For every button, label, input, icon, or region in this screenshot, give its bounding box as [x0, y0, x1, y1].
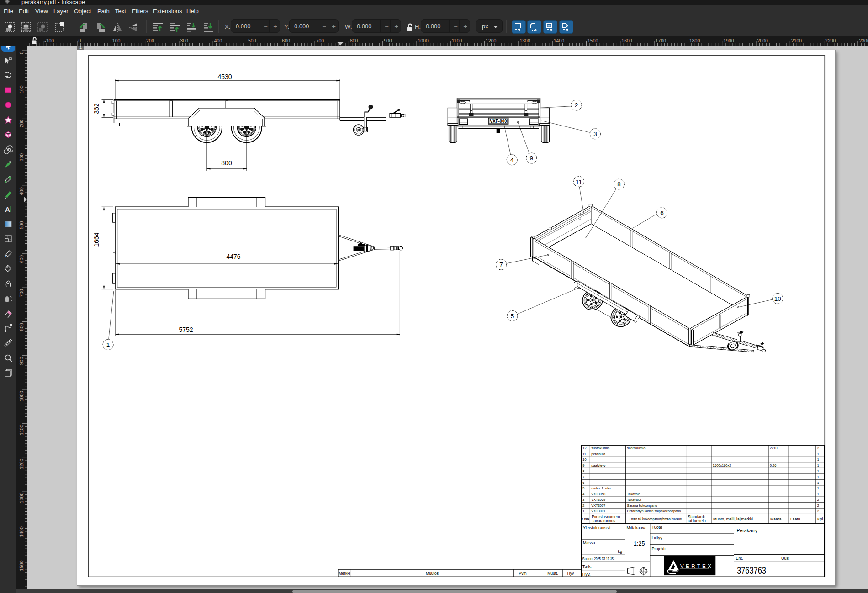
- svg-text:Suunn: Suunn: [582, 556, 593, 561]
- svg-text:Mittakaava: Mittakaava: [627, 525, 647, 530]
- svg-text:2: 2: [817, 504, 819, 508]
- svg-text:0: 0: [79, 38, 81, 43]
- svg-text:362: 362: [93, 103, 100, 114]
- svg-text:Kpl: Kpl: [817, 517, 823, 521]
- svg-text:11: 11: [582, 452, 586, 456]
- svg-text:2: 2: [575, 102, 578, 109]
- svg-text:1: 1: [817, 492, 819, 496]
- svg-text:Sarana kokoonpano: Sarana kokoonpano: [627, 504, 657, 508]
- svg-text:1100: 1100: [452, 38, 462, 43]
- svg-text:Muutos: Muutos: [426, 571, 439, 576]
- svg-text:5752: 5752: [179, 326, 193, 333]
- svg-text:1600: 1600: [621, 38, 632, 43]
- svg-text:suorakulmio: suorakulmio: [591, 446, 609, 450]
- svg-text:10: 10: [774, 295, 781, 302]
- svg-text:Tark.: Tark.: [582, 564, 592, 569]
- svg-text:1300: 1300: [519, 38, 530, 43]
- svg-text:Ent.: Ent.: [736, 556, 743, 561]
- svg-text:1: 1: [817, 452, 819, 456]
- svg-text:1800: 1800: [689, 38, 700, 43]
- svg-text:Peräkärry: Peräkärry: [737, 528, 758, 533]
- svg-text:tai luettelo: tai luettelo: [688, 519, 706, 523]
- svg-text:300: 300: [180, 38, 188, 43]
- svg-text:Osa: Osa: [582, 517, 589, 521]
- svg-text:VXT3001: VXT3001: [591, 509, 605, 513]
- svg-text:200: 200: [146, 38, 154, 43]
- svg-text:Pvm: Pvm: [519, 571, 527, 576]
- svg-text:0: 0: [19, 52, 24, 54]
- svg-text:Hyv: Hyv: [567, 571, 574, 576]
- svg-text:1: 1: [817, 481, 819, 485]
- svg-text:-100: -100: [44, 38, 54, 43]
- svg-text:1: 1: [817, 486, 819, 490]
- svg-text:1500: 1500: [587, 38, 598, 43]
- svg-text:0.26: 0.26: [770, 463, 776, 467]
- svg-text:VXT3058: VXT3058: [591, 492, 605, 496]
- svg-text:500: 500: [19, 221, 24, 229]
- svg-text:2100: 2100: [791, 38, 802, 43]
- svg-text:800: 800: [19, 323, 24, 331]
- svg-text:suorakulmio: suorakulmio: [627, 446, 646, 450]
- svg-text:600: 600: [19, 255, 24, 263]
- svg-text:5: 5: [582, 486, 584, 490]
- svg-text:Merkki: Merkki: [339, 571, 350, 576]
- svg-text:1400: 1400: [19, 526, 24, 537]
- svg-text:Standardi: Standardi: [688, 514, 705, 519]
- svg-text:3763763: 3763763: [737, 565, 766, 576]
- svg-text:Muutt.: Muutt.: [547, 571, 558, 576]
- svg-text:VXP-000: VXP-000: [490, 119, 507, 124]
- svg-text:9: 9: [582, 463, 584, 467]
- svg-text:6: 6: [582, 481, 584, 485]
- svg-text:4530: 4530: [217, 73, 232, 80]
- svg-text:100: 100: [19, 85, 24, 94]
- svg-text:Hyv.: Hyv.: [582, 572, 591, 577]
- svg-text:paatylevy: paatylevy: [591, 463, 606, 467]
- svg-text:1700: 1700: [656, 38, 667, 43]
- svg-text:1600x160x2: 1600x160x2: [713, 463, 731, 467]
- svg-text:400: 400: [19, 187, 24, 195]
- svg-text:1: 1: [817, 469, 819, 473]
- svg-text:2: 2: [817, 446, 819, 450]
- svg-text:800: 800: [221, 159, 232, 167]
- svg-text:Takavalo: Takavalo: [627, 492, 640, 496]
- svg-text:Piirustusnumero: Piirustusnumero: [592, 514, 620, 519]
- svg-text:7: 7: [582, 475, 584, 479]
- svg-text:runko_2_aks: runko_2_aks: [591, 486, 611, 490]
- svg-text:1: 1: [106, 341, 110, 348]
- svg-text:700: 700: [19, 289, 24, 297]
- svg-text:Uusi: Uusi: [781, 556, 789, 561]
- svg-text:1: 1: [817, 475, 819, 479]
- svg-text:2300: 2300: [859, 38, 868, 43]
- svg-text:1900: 1900: [723, 38, 734, 43]
- svg-text:4: 4: [510, 157, 514, 163]
- svg-text:1: 1: [817, 463, 819, 467]
- svg-text:peralauta: peralauta: [591, 452, 606, 456]
- svg-text:2200: 2200: [825, 38, 836, 43]
- svg-text:1000: 1000: [418, 38, 429, 43]
- svg-text:900: 900: [384, 38, 392, 43]
- svg-text:9: 9: [529, 155, 533, 162]
- svg-text:2000: 2000: [757, 38, 768, 43]
- svg-text:800: 800: [350, 38, 358, 43]
- svg-text:1:25: 1:25: [634, 541, 645, 547]
- svg-text:5: 5: [511, 313, 514, 320]
- svg-text:Projekti: Projekti: [652, 546, 666, 551]
- svg-text:200: 200: [19, 119, 24, 127]
- svg-text:6: 6: [660, 210, 664, 216]
- svg-text:Määrä: Määrä: [770, 517, 782, 521]
- svg-text:A: A: [5, 205, 10, 213]
- svg-text:11: 11: [576, 178, 582, 185]
- svg-text:1664: 1664: [93, 232, 100, 247]
- svg-text:400: 400: [214, 38, 222, 43]
- svg-text:2: 2: [817, 498, 819, 502]
- svg-text:7: 7: [499, 261, 503, 268]
- svg-text:10: 10: [582, 457, 586, 462]
- svg-text:1: 1: [817, 457, 819, 462]
- svg-text:2025-03-13 JSI: 2025-03-13 JSI: [594, 556, 615, 561]
- svg-text:100: 100: [112, 38, 121, 43]
- svg-text:Massa: Massa: [583, 541, 595, 545]
- svg-text:VXT3007: VXT3007: [591, 504, 605, 508]
- svg-text:kg: kg: [618, 549, 622, 554]
- svg-text:Osan tai kokoonpanoryhmän kuva: Osan tai kokoonpanoryhmän kuvaus: [630, 517, 682, 521]
- svg-text:Peräkärryn laidan salpakokoonp: Peräkärryn laidan salpakokoonpano: [627, 509, 681, 513]
